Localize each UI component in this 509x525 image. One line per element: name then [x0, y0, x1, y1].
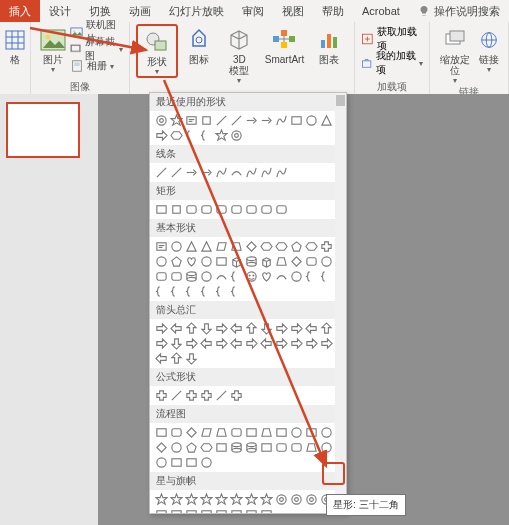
shape-sec-stars-18[interactable]: [244, 507, 259, 514]
shape-sec-basic-13[interactable]: [169, 254, 184, 269]
photo-album[interactable]: 相册▾: [70, 58, 123, 74]
shape-sec-arrows-5[interactable]: [229, 321, 244, 336]
slide-thumbnail-1[interactable]: [6, 102, 80, 158]
shape-sec-basic-17[interactable]: [229, 254, 244, 269]
shape-sec-basic-10[interactable]: [304, 239, 319, 254]
shape-sec-lines-4[interactable]: [214, 165, 229, 180]
shape-sec-arrows-11[interactable]: [319, 321, 334, 336]
shape-sec-basic-14[interactable]: [184, 254, 199, 269]
shape-sec-arrows-14[interactable]: [184, 336, 199, 351]
shape-sec-stars-14[interactable]: [184, 507, 199, 514]
shape-sec-arrows-16[interactable]: [214, 336, 229, 351]
shape-sec-arrows-0[interactable]: [154, 321, 169, 336]
shape-sec-basic-28[interactable]: [214, 269, 229, 284]
shape-sec-stars-9[interactable]: [289, 492, 304, 507]
shape-sec-basic-6[interactable]: [244, 239, 259, 254]
shape-sec-arrows-19[interactable]: [259, 336, 274, 351]
tab-animations[interactable]: 动画: [120, 0, 160, 22]
3d-models-button[interactable]: 3D 模型 ▾: [220, 24, 258, 85]
shape-sec-flow-8[interactable]: [274, 425, 289, 440]
shape-sec-stars-19[interactable]: [259, 507, 274, 514]
shape-sec-stars-3[interactable]: [199, 492, 214, 507]
shape-sec-basic-23[interactable]: [319, 254, 334, 269]
shape-sec-basic-36[interactable]: [154, 284, 169, 299]
shape-sec-eq-4[interactable]: [214, 388, 229, 403]
shape-sec-recent-10[interactable]: [304, 113, 319, 128]
shape-sec-arrows-15[interactable]: [199, 336, 214, 351]
shape-sec-recent-2[interactable]: [184, 113, 199, 128]
shape-sec-flow-24[interactable]: [154, 455, 169, 470]
shape-sec-basic-27[interactable]: [199, 269, 214, 284]
shape-sec-basic-9[interactable]: [289, 239, 304, 254]
shape-sec-basic-34[interactable]: [304, 269, 319, 284]
shape-sec-flow-2[interactable]: [184, 425, 199, 440]
shape-sec-arrows-13[interactable]: [169, 336, 184, 351]
shape-sec-stars-2[interactable]: [184, 492, 199, 507]
link-button[interactable]: 链接 ▾: [476, 24, 502, 74]
shape-sec-flow-13[interactable]: [169, 440, 184, 455]
shape-sec-arrows-17[interactable]: [229, 336, 244, 351]
shape-sec-basic-18[interactable]: [244, 254, 259, 269]
shape-sec-recent-4[interactable]: [214, 113, 229, 128]
shape-sec-arrows-9[interactable]: [289, 321, 304, 336]
smartart-button[interactable]: SmartArt: [260, 24, 308, 65]
shape-sec-arrows-25[interactable]: [169, 351, 184, 366]
shape-sec-rects-4[interactable]: [214, 202, 229, 217]
shape-sec-basic-32[interactable]: [274, 269, 289, 284]
shape-sec-lines-7[interactable]: [259, 165, 274, 180]
shape-sec-basic-4[interactable]: [214, 239, 229, 254]
shape-sec-recent-14[interactable]: [184, 128, 199, 143]
shape-sec-rects-0[interactable]: [154, 202, 169, 217]
tell-me[interactable]: 操作说明搜索: [409, 0, 509, 22]
shape-sec-flow-5[interactable]: [229, 425, 244, 440]
shape-sec-flow-27[interactable]: [199, 455, 214, 470]
dropdown-scrollbar[interactable]: [335, 93, 346, 513]
shape-sec-flow-6[interactable]: [244, 425, 259, 440]
shape-sec-basic-20[interactable]: [274, 254, 289, 269]
shape-sec-basic-38[interactable]: [184, 284, 199, 299]
shape-sec-flow-19[interactable]: [259, 440, 274, 455]
shape-sec-basic-3[interactable]: [199, 239, 214, 254]
shape-sec-flow-23[interactable]: [319, 440, 334, 455]
shape-sec-flow-4[interactable]: [214, 425, 229, 440]
shape-sec-arrows-10[interactable]: [304, 321, 319, 336]
shape-sec-stars-7[interactable]: [259, 492, 274, 507]
shape-sec-recent-1[interactable]: [169, 113, 184, 128]
shape-sec-basic-11[interactable]: [319, 239, 334, 254]
shape-sec-eq-2[interactable]: [184, 388, 199, 403]
tab-review[interactable]: 审阅: [233, 0, 273, 22]
shape-sec-arrows-26[interactable]: [184, 351, 199, 366]
shape-sec-lines-3[interactable]: [199, 165, 214, 180]
zoom-button[interactable]: 缩放定位 ▾: [436, 24, 474, 85]
shape-sec-lines-2[interactable]: [184, 165, 199, 180]
shape-sec-basic-37[interactable]: [169, 284, 184, 299]
shape-sec-lines-1[interactable]: [169, 165, 184, 180]
shape-sec-basic-16[interactable]: [214, 254, 229, 269]
shape-sec-recent-15[interactable]: [199, 128, 214, 143]
shape-sec-stars-1[interactable]: [169, 492, 184, 507]
shape-sec-arrows-24[interactable]: [154, 351, 169, 366]
shape-sec-flow-1[interactable]: [169, 425, 184, 440]
shape-sec-arrows-3[interactable]: [199, 321, 214, 336]
shape-sec-basic-25[interactable]: [169, 269, 184, 284]
shape-sec-flow-3[interactable]: [199, 425, 214, 440]
shape-sec-stars-6[interactable]: [244, 492, 259, 507]
shape-sec-stars-0[interactable]: [154, 492, 169, 507]
shape-sec-basic-2[interactable]: [184, 239, 199, 254]
shape-sec-flow-14[interactable]: [184, 440, 199, 455]
shape-sec-basic-41[interactable]: [229, 284, 244, 299]
shape-sec-basic-40[interactable]: [214, 284, 229, 299]
shape-sec-rects-6[interactable]: [244, 202, 259, 217]
shape-sec-flow-0[interactable]: [154, 425, 169, 440]
shape-sec-lines-0[interactable]: [154, 165, 169, 180]
shape-sec-rects-1[interactable]: [169, 202, 184, 217]
shape-sec-eq-5[interactable]: [229, 388, 244, 403]
shape-sec-flow-16[interactable]: [214, 440, 229, 455]
shape-sec-lines-6[interactable]: [244, 165, 259, 180]
shape-sec-basic-15[interactable]: [199, 254, 214, 269]
shape-sec-arrows-7[interactable]: [259, 321, 274, 336]
shape-sec-rects-7[interactable]: [259, 202, 274, 217]
shape-sec-stars-12[interactable]: [154, 507, 169, 514]
shape-sec-recent-0[interactable]: [154, 113, 169, 128]
shape-sec-recent-9[interactable]: [289, 113, 304, 128]
